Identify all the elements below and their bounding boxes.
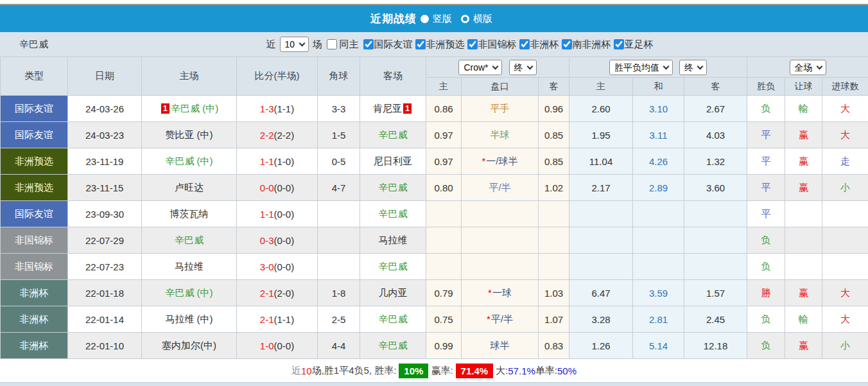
league-filter-checkbox-0[interactable] [363,39,374,49]
match-row-6: 非国锦标22-07-23马拉维3-0(0-0)辛巴威负 [1,254,868,280]
same-home-checkbox[interactable] [327,39,337,49]
sub-header-handicap-result: 让球 [785,78,822,96]
cell-date: 24-03-26 [68,96,142,122]
cell-goals-result: 走 [822,148,868,175]
bookmaker-state-select[interactable]: 终 [509,60,537,75]
cell-avg-away-odds [684,254,747,280]
cell-goals-result [822,201,868,227]
cell-winloss-result: 负 [747,254,785,280]
cell-corners: 3-3 [318,96,360,122]
avg-state-select[interactable]: 终 [679,60,707,75]
cell-corners: 4-4 [318,333,360,359]
league-filter-label-0: 国际友谊 [374,39,413,51]
cell-handicap-home-odds: 0.97 [426,122,462,148]
summary-rate-badge-3: 10% [399,364,428,378]
match-row-5: 非国锦标22-07-29辛巴威0-3(0-0)马拉维负 [1,227,868,254]
cell-handicap-home-odds [426,254,462,280]
cell-away-team: 马拉维 [360,227,426,254]
cell-handicap-away-odds: 1.07 [539,306,569,333]
bookmaker-select[interactable]: Crow* [458,60,502,75]
cell-away-team: 尼日利亚 [360,148,426,175]
league-filter-checkbox-4[interactable] [562,39,572,49]
cell-avg-draw-odds: 3.59 [633,280,684,306]
sub-header-winloss: 胜负 [747,78,785,96]
cell-avg-away-odds: 1.57 [684,280,747,306]
cell-winloss-result: 平 [747,201,785,227]
cell-winloss-result: 负 [747,306,785,333]
radio-vertical-label[interactable]: 竖版 [433,13,452,25]
cell-goals-result: 小 [822,333,868,359]
cell-handicap-result [785,227,822,254]
match-row-7: 非洲杯22-01-18辛巴威 (中)2-1(2-0)1-8几内亚0.79*一球1… [1,280,868,306]
cell-handicap-line [462,254,539,280]
match-row-4: 国际友谊23-09-30博茨瓦纳1-1(0-0)辛巴威平 [1,201,868,227]
cell-handicap-away-odds: 1.03 [539,280,569,306]
match-count-select[interactable]: 10 [280,37,309,52]
cell-handicap-home-odds: 0.80 [426,175,462,201]
cell-avg-draw-odds: 4.26 [633,148,684,175]
cell-score: 2-2(2-2) [237,122,318,148]
league-filter-label-3: 非洲杯 [530,39,559,51]
cell-date: 22-01-18 [68,280,142,306]
col-header-date: 日期 [68,57,142,96]
cell-winloss-result: 平 [747,148,785,175]
match-row-3: 非洲预选23-11-15卢旺达0-0(0-0)4-7辛巴威0.80平/半1.02… [1,175,868,201]
sub-header-handicap-line: 盘口 [462,78,539,96]
cell-winloss-result: 负 [747,96,785,122]
cell-home-team: 辛巴威 [142,227,237,254]
period-select[interactable]: 全场 [790,60,826,75]
radio-horizontal-layout[interactable] [461,15,469,23]
results-table: 类型 日期 主场 比分(半场) 角球 客场 Crow* 终 胜平负均值 [0,57,868,359]
panel-title: 近期战绩 [370,12,417,26]
cell-avg-draw-odds: 3.11 [633,122,684,148]
match-row-8: 非洲杯22-01-14马拉维 (中)2-1(1-1)2-5辛巴威0.75*平/半… [1,306,868,333]
cell-avg-home-odds [569,227,633,254]
cell-corners [318,227,360,254]
cell-handicap-home-odds: 0.97 [426,148,462,175]
cell-goals-result: 大 [822,96,868,122]
cell-handicap-away-odds: 1.02 [539,175,569,201]
league-filter-checkbox-1[interactable] [415,39,426,49]
cell-score: 1-3(1-1) [237,96,318,122]
red-card-badge: 1 [161,103,169,114]
league-filter-label-5: 亚足杯 [625,39,654,51]
same-home-label: 同主 [340,39,359,51]
radio-horizontal-label[interactable]: 横版 [473,13,492,25]
cell-score: 1-1(0-0) [237,201,318,227]
cell-score: 2-1(2-0) [237,280,318,306]
match-row-2: 非洲预选23-11-19辛巴威 (中)1-1(1-0)0-5尼日利亚0.97*一… [1,148,868,175]
cell-avg-draw-odds: 2.81 [633,306,684,333]
cell-home-team: 辛巴威 (中) [142,148,237,175]
avg-select-wrap: 胜平负均值 [609,60,673,75]
filter-controls: 近 10 场 同主 国际友谊非洲预选非国锦标非洲杯南非洲杯亚足杯 [215,37,654,52]
sub-header-handicap-away: 客 [539,78,569,96]
cell-avg-home-odds [569,201,633,227]
cell-away-team: 几内亚 [360,280,426,306]
cell-handicap-line: *平/半 [462,306,539,333]
league-filter-checkbox-3[interactable] [519,39,530,49]
cell-handicap-line: *一/球半 [462,148,539,175]
cell-handicap-line: 球半 [462,333,539,359]
cell-date: 23-11-15 [68,175,142,201]
cell-winloss-result: 勝 [747,280,785,306]
radio-vertical-layout[interactable] [421,15,429,23]
cell-handicap-line [462,201,539,227]
league-filter-checkbox-2[interactable] [467,39,478,49]
cell-handicap-away-odds [539,227,569,254]
summary-text-4: 赢率: [431,365,453,377]
cell-competition-type: 非洲预选 [1,175,68,201]
cell-goals-result: 大 [822,122,868,148]
cell-winloss-result: 负 [747,227,785,254]
cell-handicap-away-odds: 0.96 [539,96,569,122]
cell-competition-type: 国际友谊 [1,201,68,227]
col-header-home: 主场 [142,57,237,96]
sub-header-avg-away: 客 [684,78,747,96]
summary-text-1: 10 [301,365,312,376]
match-count-select-wrap: 10 [280,37,309,52]
cell-handicap-away-odds [539,254,569,280]
avg-select[interactable]: 胜平负均值 [609,60,673,75]
cell-away-team: 辛巴威 [360,333,426,359]
cell-winloss-result: 平 [747,175,785,201]
cell-handicap-result: 赢 [785,280,822,306]
league-filter-checkbox-5[interactable] [614,39,624,49]
